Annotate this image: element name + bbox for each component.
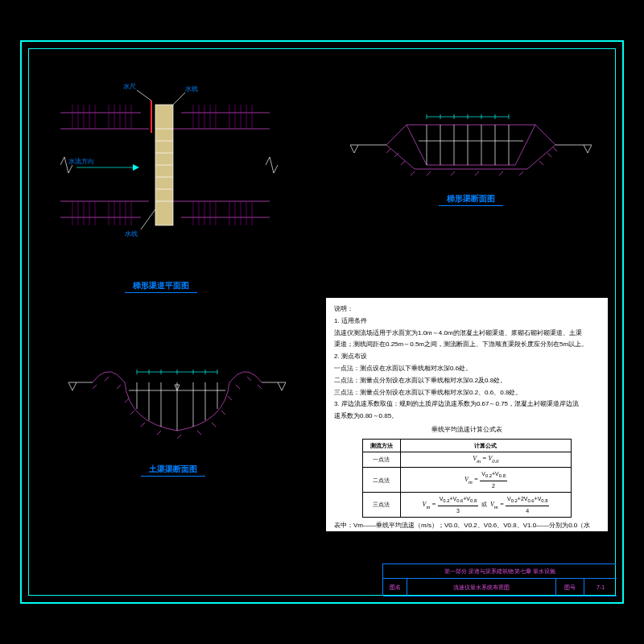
row1-formula: Vm = V0.6 <box>400 452 571 467</box>
plan-view <box>60 80 286 266</box>
notes-s1: 1. 适用条件 <box>334 316 600 327</box>
svg-line-64 <box>407 125 427 165</box>
notes-s1b: 渠道；测线间距在0.25m～0.5m之间，测流断面上、下游顺直渠段长度应分别在5… <box>334 340 600 350</box>
notes-box: 说明： 1. 适用条件 流速仪测流场适用于水面宽为1.0m～4.0m的混凝土衬砌… <box>326 298 608 531</box>
caption-trap: 梯形渠断面图 <box>439 193 503 206</box>
title-block: 第一部分 渠道与渠系建筑物 第七章 量水设施 图名 流速仪量水系统布置图 图号 … <box>382 564 616 596</box>
svg-line-117 <box>228 396 232 400</box>
svg-line-108 <box>117 385 121 389</box>
svg-line-85 <box>547 153 551 157</box>
caption-earth: 土渠渠断面图 <box>141 464 205 477</box>
notes-s1a: 流速仪测流场适用于水面宽为1.0m～4.0m的混凝土衬砌渠道、浆砌石砌衬砌渠道、… <box>334 328 600 339</box>
titleblock-name-lbl: 图名 <box>383 579 407 597</box>
svg-line-115 <box>212 423 216 427</box>
svg-line-83 <box>519 171 523 175</box>
label-waterline2: 水线 <box>125 229 138 238</box>
notes-heading: 说明： <box>334 304 600 315</box>
titleblock-name: 流速仪量水系统布置图 <box>407 579 556 597</box>
svg-line-82 <box>499 171 503 175</box>
svg-line-106 <box>93 385 97 389</box>
svg-line-110 <box>130 411 134 415</box>
label-flowdir: 水流方向 <box>68 157 94 166</box>
svg-line-113 <box>177 435 181 439</box>
notes-s3: 3. 岸边流速系数取值：规则的土质岸边流速系数为0.67～0.75，混凝土衬砌渠… <box>334 399 600 410</box>
notes-s2c: 三点法：测量点分别设在水面以下垂线相对水深0.2、0.6、0.8处。 <box>334 388 600 398</box>
titleblock-sheet-lbl: 图号 <box>556 579 584 597</box>
titleblock-sheet: 7-1 <box>584 579 617 597</box>
svg-line-78 <box>411 171 415 175</box>
svg-line-61 <box>141 209 155 229</box>
svg-line-86 <box>553 147 557 151</box>
svg-line-80 <box>451 171 455 175</box>
titleblock-part: 第一部分 渠道与渠系建筑物 第七章 量水设施 <box>383 564 617 579</box>
svg-line-112 <box>157 431 161 435</box>
earth-section <box>68 346 286 459</box>
svg-line-114 <box>197 431 201 435</box>
svg-line-119 <box>247 377 251 381</box>
formula-table: 测流方法计算公式 一点法 Vm = V0.6 二点法 Vm = V0.2+V0.… <box>362 439 572 518</box>
svg-line-79 <box>427 171 431 175</box>
row2-method: 二点法 <box>363 468 401 493</box>
svg-marker-60 <box>133 164 139 171</box>
svg-line-107 <box>105 377 109 381</box>
svg-line-58 <box>173 93 185 105</box>
table-title: 垂线平均流速计算公式表 <box>334 425 600 436</box>
footnote2: 0.2、0.6、0.8、1.0（渠底）相对水深处的测点流速（m/s）。 <box>334 543 600 554</box>
svg-line-77 <box>401 161 405 165</box>
svg-line-116 <box>221 411 225 415</box>
trap-section <box>350 89 592 193</box>
notes-s2b: 二点法：测量点分别设在水面以下垂线相对水深0.2及0.8处。 <box>334 376 600 386</box>
label-waterline: 水线 <box>185 85 198 93</box>
svg-line-57 <box>137 90 151 101</box>
drawing-area: 水尺 水线 水流方向 水线 梯形渠道平面图 梯形渠断面图 <box>28 48 616 596</box>
svg-line-111 <box>141 423 145 427</box>
notes-s2: 2. 测点布设 <box>334 352 600 362</box>
svg-line-118 <box>236 385 240 389</box>
caption-plan: 梯形渠道平面图 <box>125 280 197 293</box>
footnote: 表中：Vm——垂线平均流速（m/s）；V0.0、V0.2、V0.6、V0.8、V… <box>334 521 600 542</box>
svg-line-109 <box>125 398 129 402</box>
row3-method: 三点法 <box>363 493 401 518</box>
svg-line-81 <box>475 171 479 175</box>
svg-line-84 <box>539 161 543 165</box>
svg-line-120 <box>258 385 262 389</box>
svg-line-75 <box>386 149 390 153</box>
svg-line-65 <box>515 125 535 165</box>
label-ruler: 水尺 <box>123 82 136 91</box>
th-method: 测流方法 <box>363 439 401 452</box>
row1-method: 一点法 <box>363 452 401 467</box>
th-formula: 计算公式 <box>400 439 571 452</box>
row2-formula: Vm = V0.2+V0.82 <box>400 468 571 493</box>
notes-s2a: 一点法：测点设在水面以下垂线相对水深0.6处。 <box>334 364 600 374</box>
row3-formula: Vm = V0.2+V0.6+V0.83 或 Vm = V0.2+2V0.6+V… <box>400 493 571 518</box>
notes-s3a: 速系数为0.80～0.85。 <box>334 411 600 422</box>
